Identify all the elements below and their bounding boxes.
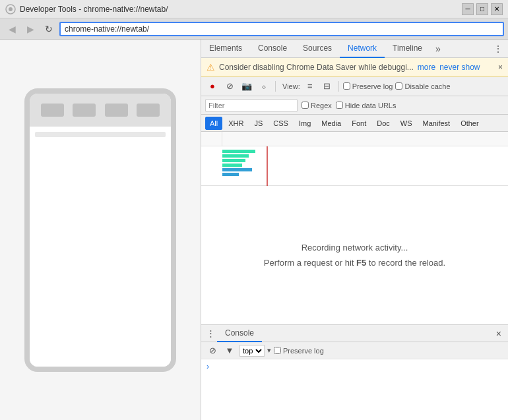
filter-bar: Regex Hide data URLs [201, 96, 508, 115]
maximize-button[interactable]: □ [476, 3, 488, 15]
stop-button[interactable]: ⊘ [222, 79, 237, 94]
hide-data-urls-checkbox-group[interactable]: Hide data URLs [336, 102, 397, 109]
console-select-arrow: ▾ [267, 346, 271, 355]
recording-f5-key: F5 [356, 258, 366, 268]
forward-button[interactable]: ▶ [22, 21, 38, 37]
recording-line1: Recording network activity... [302, 243, 408, 253]
console-preserve-log-group[interactable]: Preserve log [274, 347, 324, 355]
type-filter-font[interactable]: Font [347, 117, 371, 130]
type-filter-ws[interactable]: WS [396, 117, 417, 130]
console-stop-icon[interactable]: ⊘ [205, 344, 220, 358]
svg-rect-4 [222, 159, 245, 162]
svg-rect-2 [222, 150, 255, 153]
filter-input[interactable] [205, 99, 298, 112]
svg-rect-5 [222, 164, 242, 167]
type-filter-media[interactable]: Media [317, 117, 346, 130]
svg-point-1 [9, 7, 13, 11]
main-layout: Elements Console Sources Network Timelin… [0, 40, 508, 420]
refresh-button[interactable]: ↻ [41, 21, 57, 37]
minimize-button[interactable]: ─ [462, 3, 474, 15]
preserve-log-checkbox-group[interactable]: Preserve log [343, 82, 393, 90]
type-filter-doc[interactable]: Doc [372, 117, 395, 130]
browser-preview [0, 40, 201, 420]
more-tabs-button[interactable]: » [431, 44, 445, 54]
waterfall-area [201, 146, 508, 186]
warning-text: Consider disabling Chrome Data Saver whi… [219, 63, 414, 72]
type-filter-img[interactable]: Img [294, 117, 315, 130]
back-button[interactable]: ◀ [4, 21, 20, 37]
type-filter-js[interactable]: JS [249, 117, 267, 130]
warning-more-link[interactable]: more [418, 63, 435, 72]
recording-line2-before: Perform a request or hit [264, 258, 356, 268]
warning-icon: ⚠ [206, 62, 215, 73]
svg-rect-7 [222, 173, 239, 176]
phone-block-4 [137, 104, 160, 117]
drawer-close-button[interactable]: × [492, 328, 505, 339]
filter-toggle-button[interactable]: ⬦ [257, 79, 271, 94]
console-preserve-log-checkbox[interactable] [274, 347, 281, 354]
grid-view-button[interactable]: ⊟ [320, 79, 334, 94]
console-drawer-tab[interactable]: Console [217, 325, 262, 342]
tab-timeline[interactable]: Timeline [385, 40, 430, 58]
waterfall-svg [222, 146, 508, 186]
disable-cache-checkbox[interactable] [395, 82, 402, 90]
network-toolbar: ● ⊘ 📷 ⬦ View: ≡ ⊟ Preserve log Disable c… [201, 76, 508, 96]
recording-message: Recording network activity... Perform a … [201, 186, 508, 324]
regex-label: Regex [311, 102, 332, 109]
hide-data-urls-checkbox[interactable] [336, 102, 343, 109]
hide-data-urls-label: Hide data URLs [345, 102, 397, 109]
console-filter-icon[interactable]: ▼ [222, 344, 237, 358]
type-filter-css[interactable]: CSS [269, 117, 293, 130]
svg-rect-6 [222, 168, 252, 171]
devtools-panel: Elements Console Sources Network Timelin… [201, 40, 508, 420]
console-drawer-tabs: ⋮ Console × [201, 325, 508, 342]
type-filter-manifest[interactable]: Manifest [418, 117, 455, 130]
record-button[interactable]: ● [205, 79, 220, 94]
network-content: Recording network activity... Perform a … [201, 146, 508, 324]
console-drawer: ⋮ Console × ⊘ ▼ top ▾ Preserve log › [201, 324, 508, 420]
console-toolbar: ⊘ ▼ top ▾ Preserve log [201, 342, 508, 359]
phone-block-3 [105, 104, 128, 117]
warning-close-button[interactable]: × [498, 63, 503, 72]
devtools-tabs: Elements Console Sources Network Timelin… [201, 40, 508, 58]
tab-network[interactable]: Network [340, 40, 385, 58]
console-prompt[interactable]: › [206, 362, 209, 371]
phone-block-2 [73, 104, 96, 117]
view-label: View: [282, 82, 300, 90]
preserve-log-label: Preserve log [352, 82, 393, 90]
toolbar-divider [275, 81, 276, 92]
console-content: › [201, 359, 508, 420]
regex-checkbox[interactable] [302, 102, 309, 109]
console-context-select[interactable]: top [239, 345, 265, 357]
phone-frame [24, 88, 176, 372]
phone-block-1 [41, 104, 64, 117]
type-filter-other[interactable]: Other [456, 117, 484, 130]
content-line [35, 132, 166, 137]
app-icon [5, 4, 16, 15]
settings-button[interactable]: ⋮ [488, 44, 508, 54]
close-button[interactable]: ✕ [491, 3, 503, 15]
type-filter-xhr[interactable]: XHR [224, 117, 248, 130]
list-view-button[interactable]: ≡ [303, 79, 317, 94]
type-filter-all[interactable]: All [205, 117, 222, 130]
phone-top [30, 94, 171, 127]
regex-checkbox-group[interactable]: Regex [302, 102, 332, 109]
tab-sources[interactable]: Sources [295, 40, 340, 58]
camera-button[interactable]: 📷 [239, 79, 254, 94]
nav-bar: ◀ ▶ ↻ [0, 18, 508, 40]
window-title: Developer Tools - chrome-native://newtab… [20, 5, 168, 14]
timeline-label-col [201, 132, 222, 146]
drawer-menu-button[interactable]: ⋮ [204, 327, 217, 340]
warning-bar: ⚠ Consider disabling Chrome Data Saver w… [201, 58, 508, 76]
disable-cache-checkbox-group[interactable]: Disable cache [395, 82, 450, 90]
address-input[interactable] [59, 22, 504, 36]
recording-line2: Perform a request or hit F5 to record th… [264, 258, 445, 268]
timeline-header: 1000 ms2000 ms3000 ms4000 ms5000 ms6000 … [201, 132, 508, 146]
tab-elements[interactable]: Elements [201, 40, 250, 58]
title-bar: Developer Tools - chrome-native://newtab… [0, 0, 508, 18]
warning-never-link[interactable]: never show [439, 63, 480, 72]
window-controls[interactable]: ─ □ ✕ [462, 3, 503, 15]
tab-console[interactable]: Console [250, 40, 295, 58]
toolbar-divider-2 [338, 81, 339, 92]
preserve-log-checkbox[interactable] [343, 82, 350, 90]
